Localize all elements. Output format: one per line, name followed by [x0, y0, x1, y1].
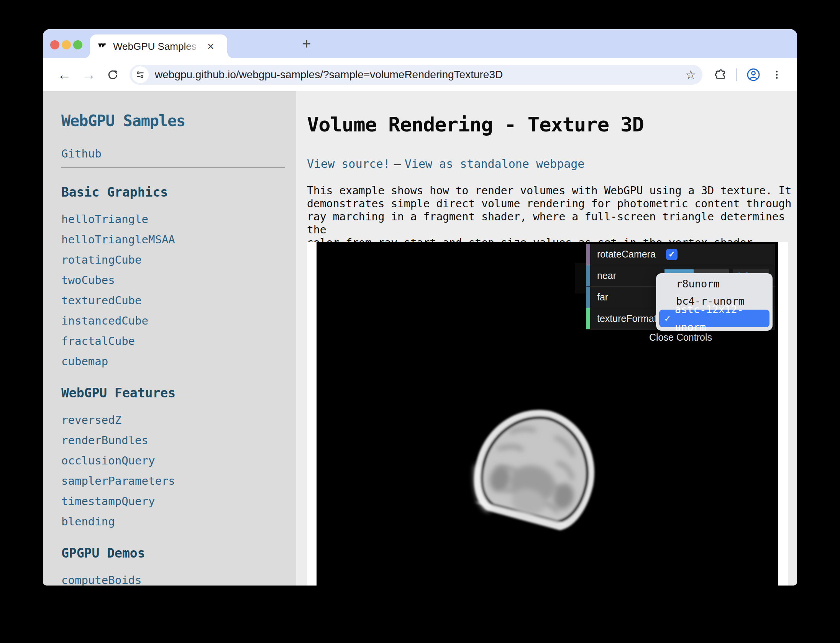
browser-tab[interactable]: WebGPU Samples - Volume R × — [90, 34, 227, 58]
sample-description: This example shows how to render volumes… — [307, 184, 797, 249]
webgpu-canvas[interactable]: rotateCamera ✓ near 1.0 far — [317, 242, 778, 586]
sample-links-row: View source!—View as standalone webpage — [307, 157, 797, 171]
tab-title-fade — [183, 41, 204, 52]
sidebar-divider — [61, 167, 285, 168]
github-link[interactable]: Github — [61, 147, 296, 160]
menu-kebab-icon[interactable] — [771, 69, 783, 80]
standalone-webpage-link[interactable]: View as standalone webpage — [405, 157, 585, 171]
dropdown-option-label: astc-12x12-unorm — [675, 301, 769, 336]
sidebar-item-samplerParameters[interactable]: samplerParameters — [61, 475, 296, 487]
page-content: WebGPU Samples Github Basic Graphics hel… — [43, 91, 797, 586]
rotateCamera-checkbox[interactable]: ✓ — [666, 249, 678, 260]
close-window-button[interactable] — [50, 40, 59, 49]
zoom-window-button[interactable] — [73, 40, 82, 49]
section-heading-gpgpu-demos: GPGPU Demos — [61, 546, 296, 561]
samples-sidebar: WebGPU Samples Github Basic Graphics hel… — [43, 91, 296, 586]
row-type-bar-number — [586, 287, 590, 308]
section-links-basic-graphics: helloTriangle helloTriangleMSAA rotating… — [61, 213, 296, 367]
page-title: Volume Rendering - Texture 3D — [307, 113, 797, 136]
section-links-gpgpu-demos: computeBoids — [61, 574, 296, 586]
sidebar-item-cubemap[interactable]: cubemap — [61, 356, 296, 367]
url-bar[interactable]: webgpu.github.io/webgpu-samples/?sample=… — [130, 65, 702, 85]
dropdown-option-astc-12x12-unorm[interactable]: ✓ astc-12x12-unorm — [659, 310, 769, 327]
sidebar-item-instancedCube[interactable]: instancedCube — [61, 315, 296, 326]
gui-label-textureFormat: textureFormat — [597, 313, 663, 324]
dropdown-option-r8unorm[interactable]: r8unorm — [656, 275, 773, 292]
demo-iframe: rotateCamera ✓ near 1.0 far — [307, 242, 788, 586]
reload-icon[interactable] — [107, 69, 119, 81]
sidebar-item-timestampQuery[interactable]: timestampQuery — [61, 495, 296, 507]
description-line: demonstrates simple direct volume render… — [307, 197, 797, 210]
tab-title: WebGPU Samples - Volume R — [113, 41, 204, 52]
sidebar-item-rotatingCube[interactable]: rotatingCube — [61, 254, 296, 266]
section-heading-webgpu-features: WebGPU Features — [61, 385, 296, 400]
gui-label-near: near — [597, 270, 663, 281]
gui-label-far: far — [597, 292, 663, 303]
sidebar-item-fractalCube[interactable]: fractalCube — [61, 335, 296, 347]
row-type-bar-string — [586, 308, 590, 329]
section-links-webgpu-features: reversedZ renderBundles occlusionQuery s… — [61, 414, 296, 527]
webgpu-favicon-icon — [98, 41, 108, 51]
tab-strip: WebGPU Samples - Volume R × + — [43, 29, 797, 58]
gui-row-rotateCamera: rotateCamera ✓ — [586, 244, 775, 265]
minimize-window-button[interactable] — [62, 40, 71, 49]
extensions-icon[interactable] — [715, 69, 727, 81]
back-icon[interactable]: ← — [57, 68, 71, 82]
browser-toolbar: ← → webgpu.github.io/webgpu-samples/?sam… — [43, 58, 797, 91]
brain-mri-render — [445, 394, 621, 574]
selected-check-icon: ✓ — [664, 310, 670, 327]
link-separator: — — [394, 157, 401, 171]
textureFormat-dropdown-menu: r8unorm bc4-r-unorm ✓ astc-12x12-unorm — [656, 273, 773, 331]
view-source-link[interactable]: View source! — [307, 157, 390, 171]
sidebar-item-texturedCube[interactable]: texturedCube — [61, 295, 296, 306]
bookmark-star-icon[interactable]: ☆ — [685, 67, 696, 82]
tab-close-icon[interactable]: × — [207, 41, 214, 52]
sidebar-item-blending[interactable]: blending — [61, 516, 296, 527]
sidebar-item-reversedZ[interactable]: reversedZ — [61, 414, 296, 426]
sidebar-item-renderBundles[interactable]: renderBundles — [61, 435, 296, 446]
site-settings-icon[interactable] — [132, 66, 149, 83]
description-line: ray marching in a fragment shader, where… — [307, 210, 797, 236]
url-text[interactable]: webgpu.github.io/webgpu-samples/?sample=… — [155, 69, 681, 81]
sidebar-item-helloTriangleMSAA[interactable]: helloTriangleMSAA — [61, 234, 296, 245]
sidebar-item-occlusionQuery[interactable]: occlusionQuery — [61, 455, 296, 466]
row-type-bar-boolean — [586, 244, 590, 265]
sample-main: Volume Rendering - Texture 3D View sourc… — [296, 91, 797, 586]
row-type-bar-number — [586, 265, 590, 286]
sidebar-item-helloTriangle[interactable]: helloTriangle — [61, 213, 296, 225]
sidebar-item-twoCubes[interactable]: twoCubes — [61, 274, 296, 286]
description-line: This example shows how to render volumes… — [307, 184, 797, 197]
section-heading-basic-graphics: Basic Graphics — [61, 185, 296, 200]
sidebar-item-computeBoids[interactable]: computeBoids — [61, 574, 296, 586]
profile-avatar-icon[interactable] — [746, 68, 760, 82]
toolbar-divider — [736, 68, 737, 81]
browser-window: WebGPU Samples - Volume R × + ← → — [43, 29, 797, 586]
forward-icon[interactable]: → — [82, 68, 96, 82]
traffic-lights — [50, 40, 82, 49]
new-tab-button[interactable]: + — [299, 36, 314, 51]
gui-label-rotateCamera: rotateCamera — [597, 249, 663, 260]
sidebar-title: WebGPU Samples — [61, 112, 296, 130]
